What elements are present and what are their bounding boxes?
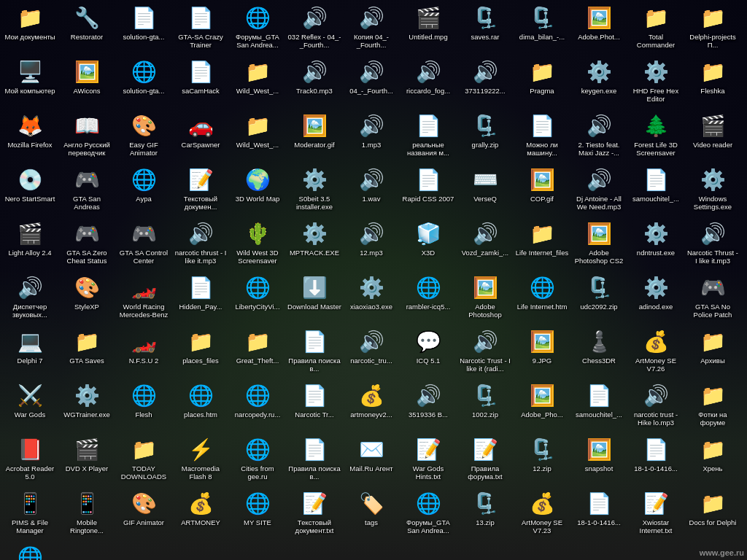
desktop-icon-fotki-forum[interactable]: 📁Фотки на форуме [684, 379, 741, 433]
desktop-icon-adobe-phot1[interactable]: 🖼️Adobe.Phot... [570, 1, 627, 55]
desktop-icon-1wav[interactable]: 🔊1.wav [343, 163, 400, 217]
desktop-icon-dispatcher[interactable]: 🔊Диспетчер звуковых... [1, 271, 58, 325]
desktop-icon-xiaoxiao3[interactable]: ⚙️xiaoxiao3.exe [343, 271, 400, 325]
desktop-icon-3d-world-map[interactable]: 🌍3D World Map [229, 163, 286, 217]
desktop-icon-13zip[interactable]: 🗜️13.zip [457, 487, 514, 541]
desktop-icon-saves-rar[interactable]: 🗜️saves.rar [457, 1, 514, 55]
desktop-icon-life-internet-files[interactable]: 📁Life Internet_files [514, 217, 570, 271]
desktop-icon-arkhivy[interactable]: 📁Архивы [684, 325, 741, 379]
desktop-icon-04-fourth2[interactable]: 🔊04_-_Fourth... [343, 55, 400, 109]
desktop-icon-artmoney-ico[interactable]: 💰ARTMONEY [172, 487, 229, 541]
desktop-icon-vozd-zamki[interactable]: 🔊Vozd_zamki_... [457, 217, 514, 271]
desktop-icon-samouchitel1[interactable]: 📄samouchitel_... [627, 163, 684, 217]
desktop-icon-riccardo[interactable]: 🔊riccardo_fog... [400, 55, 457, 109]
desktop-icon-life-internet-htm[interactable]: 🌐Life Internet.htm [514, 271, 570, 325]
desktop-icon-nero[interactable]: 💿Nero StartSmart [1, 163, 58, 217]
desktop-icon-narcotic-tru[interactable]: 🔊narcotic_tru... [343, 325, 400, 379]
desktop-icon-video-reader[interactable]: 🎬Video reader [684, 109, 741, 163]
desktop-icon-dvd-x[interactable]: 🎬DVD X Player [58, 433, 115, 487]
desktop-icon-mozilla[interactable]: 🦊Mozilla Firefox [1, 109, 58, 163]
desktop-icon-pims[interactable]: 📱PIMS & File Manager [1, 487, 58, 541]
desktop-icon-solution-gta2[interactable]: 🌐solution-gta... [115, 55, 172, 109]
desktop-icon-ayra[interactable]: 🌐Аура [115, 163, 172, 217]
desktop-icon-dj-antoine[interactable]: 🔊Dj Antoine - All We Need.mp3 [570, 163, 627, 217]
desktop-icon-tags[interactable]: 🏷️tags [343, 487, 400, 541]
desktop-icon-untitled[interactable]: 🎬Untitled.mpg [400, 1, 457, 55]
desktop-icon-macromedia-flash[interactable]: ⚡Macromedia Flash 8 [172, 433, 229, 487]
desktop-icon-keygen[interactable]: ⚙️keygen.exe [570, 55, 627, 109]
desktop-icon-icq51[interactable]: 💬ICQ 5.1 [400, 325, 457, 379]
desktop-icon-rapid-css[interactable]: 📄Rapid CSS 2007 [400, 163, 457, 217]
desktop-icon-great-theft[interactable]: 📁Great_Theft... [229, 325, 286, 379]
desktop-icon-narcotic-thrust2[interactable]: 🔊Narcotic Thrust - I like it.mp3 [684, 217, 741, 271]
desktop-icon-udc2092[interactable]: 🗜️udc2092.zip [570, 271, 627, 325]
desktop-icon-libertycity[interactable]: 🌐LibertyCityVi... [229, 271, 286, 325]
desktop-icon-restorator[interactable]: 🔧Restorator [58, 1, 115, 55]
desktop-icon-pravila-poiska[interactable]: 📄Правила поиска в... [286, 433, 343, 487]
desktop-icon-chess3dr[interactable]: ♟️Chess3DR [570, 325, 627, 379]
desktop-icon-moi-doc[interactable]: 📁Мои документы [1, 1, 58, 55]
desktop-icon-total-commander[interactable]: 📁Total Commander [627, 1, 684, 55]
desktop-icon-18-1-0-14162[interactable]: 📄18-1-0-1416... [570, 487, 627, 541]
desktop-icon-xwiostar[interactable]: 📝Xwiostar Internet.txt [627, 487, 684, 541]
desktop-icon-gta-no-police[interactable]: 🎮GTA SA No Police Patch [684, 271, 741, 325]
desktop-icon-artmoney-v2[interactable]: 💰artmoneyv2... [343, 379, 400, 433]
desktop-icon-track0[interactable]: 🔊Track0.mp3 [286, 55, 343, 109]
desktop-icon-artmoney-se[interactable]: 💰ArtMoney SE V7.26 [627, 325, 684, 379]
desktop-icon-delphi7[interactable]: 💻Delphi 7 [1, 325, 58, 379]
desktop-icon-rambler-icq[interactable]: 🌐rambler-icq5... [400, 271, 457, 325]
desktop-icon-gta-san[interactable]: 🎮GTA San Andreas [58, 163, 115, 217]
desktop-icon-war-gods[interactable]: ⚔️War Gods [1, 379, 58, 433]
desktop-icon-docs-delphi[interactable]: 📁Docs for Delphi [684, 487, 741, 541]
desktop-icon-verseq[interactable]: ⌨️VerseQ [457, 163, 514, 217]
desktop-icon-delphi-proj[interactable]: 📁Delphi-projects П... [684, 1, 741, 55]
desktop-icon-forest-life[interactable]: 🌲Forest Life 3D Screensaver [627, 109, 684, 163]
desktop-icon-gta-zero[interactable]: 🎮GTA SA Zero Cheat Status [58, 217, 115, 271]
desktop-icon-war-gods-hints[interactable]: 📝War Gods Hints.txt [400, 433, 457, 487]
desktop-icon-acrobat[interactable]: 📕Acrobat Reader 5.0 [1, 433, 58, 487]
desktop-icon-forums-gta2[interactable]: 🌐Форумы_GTA San Andrea... [400, 487, 457, 541]
desktop-icon-adobe-ps-cs2[interactable]: 🖼️Adobe Photoshop CS2 [570, 217, 627, 271]
desktop-icon-download-master[interactable]: ⬇️Download Master [286, 271, 343, 325]
desktop-icon-awicons[interactable]: 🖼️AWicons [58, 55, 115, 109]
desktop-icon-adinod[interactable]: ⚙️adinod.exe [627, 271, 684, 325]
desktop-icon-kopiya[interactable]: 🔊Копия 04_-_Fourth... [343, 1, 400, 55]
desktop-icon-gta-control[interactable]: 🎮GTA SA Control Center [115, 217, 172, 271]
desktop-icon-forums-gta[interactable]: 🌐Форумы_GTA San Andrea... [229, 1, 286, 55]
desktop-icon-mail-ru[interactable]: ✉️Mail.Ru Агент [343, 433, 400, 487]
desktop-icon-gif-animator[interactable]: 🎨GIF Animator [115, 487, 172, 541]
desktop-icon-pravila-foruma[interactable]: 📝Правила форума.txt [457, 433, 514, 487]
desktop-icon-world-racing[interactable]: 🏎️World Racing Mercedes-Benz [115, 271, 172, 325]
desktop-icon-sacamhack[interactable]: 📄saCamHack [172, 55, 229, 109]
desktop-icon-narcotic-thrust1[interactable]: 🔊narcotic thrust - I like it.mp3 [172, 217, 229, 271]
desktop-icon-today-downloads[interactable]: 📁TODAY DOWNLOADS [115, 433, 172, 487]
desktop-icon-9jpg[interactable]: 🖼️9.JPG [514, 325, 570, 379]
desktop-icon-fleshka[interactable]: 📁Fleshka [684, 55, 741, 109]
desktop-icon-hidden-pay[interactable]: 📄Hidden_Pay... [172, 271, 229, 325]
desktop-icon-realnye[interactable]: 📄реальные названия м... [400, 109, 457, 163]
desktop-icon-moderator[interactable]: 🖼️Moderator.gif [286, 109, 343, 163]
desktop-icon-s0beit[interactable]: ⚙️S0beit 3.5 installer.exe [286, 163, 343, 217]
desktop-icon-ndntrust[interactable]: ⚙️ndntrust.exe [627, 217, 684, 271]
desktop-icon-places-htm[interactable]: 🌐places.htm [172, 379, 229, 433]
desktop-icon-cities-from[interactable]: 🌐Cities from gee.ru [229, 433, 286, 487]
desktop-icon-18-1-0-1416[interactable]: 📄18-1-0-1416... [627, 433, 684, 487]
desktop-icon-light-alloy[interactable]: 🎬Light Alloy 2.4 [1, 217, 58, 271]
desktop-icon-windows-settings[interactable]: ⚙️Windows Settings.exe [684, 163, 741, 217]
desktop-icon-mptrack[interactable]: ⚙️MPTRACK.EXE [286, 217, 343, 271]
desktop-icon-hhd-free[interactable]: ⚙️HHD Free Hex Editor [627, 55, 684, 109]
desktop-icon-narcotic-trust-rad[interactable]: 🔊Narcotic Trust - I like it (radi... [457, 325, 514, 379]
desktop-icon-narcopedy[interactable]: 🌐narcopedy.ru... [229, 379, 286, 433]
desktop-icon-wgtrainer[interactable]: ⚙️WGTrainer.exe [58, 379, 115, 433]
desktop-icon-samouchitel2[interactable]: 📄samouchitel_... [570, 379, 627, 433]
desktop-icon-1mp3[interactable]: 🔊1.mp3 [343, 109, 400, 163]
desktop-icon-khren[interactable]: 📁Хрень [684, 433, 741, 487]
desktop-icon-anglo-rus[interactable]: 📖Англо Русский переводчик [58, 109, 115, 163]
desktop-icon-narcotic-hike[interactable]: 🔊narcotic trust - Hike lo.mp3 [627, 379, 684, 433]
desktop-icon-carspawner[interactable]: 🚗CarSpawner [172, 109, 229, 163]
desktop-icon-pravila[interactable]: 📄Правила поиска в... [286, 325, 343, 379]
desktop-icon-narcotic-if[interactable]: 📄Narcotic Tr... [286, 379, 343, 433]
desktop-icon-artmoney-v723[interactable]: 💰ArtMoney SE V7.23 [514, 487, 570, 541]
desktop-icon-wild-west-3d[interactable]: 🌵Wild West 3D Screensaver [229, 217, 286, 271]
desktop-icon-12mp3[interactable]: 🔊12.mp3 [343, 217, 400, 271]
